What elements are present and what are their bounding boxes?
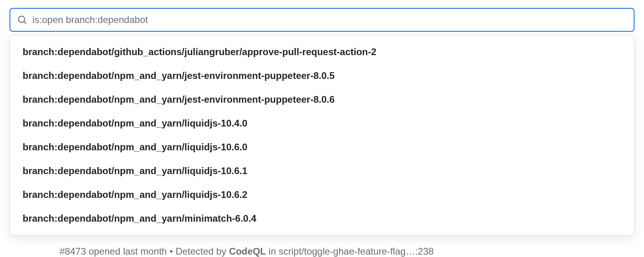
detector-name: CodeQL bbox=[229, 246, 266, 257]
suggestion-item[interactable]: branch:dependabot/npm_and_yarn/liquidjs-… bbox=[10, 159, 634, 183]
search-input-wrapper[interactable] bbox=[10, 8, 634, 32]
suggestion-item[interactable]: branch:dependabot/npm_and_yarn/liquidjs-… bbox=[10, 183, 634, 207]
search-icon bbox=[17, 15, 27, 25]
issue-reference: #8473 bbox=[59, 246, 86, 257]
issue-meta-text: opened last month • Detected by bbox=[86, 246, 229, 257]
search-suggestions-dropdown[interactable]: branch:dependabot/github_actions/juliang… bbox=[10, 35, 634, 236]
suggestion-item[interactable]: branch:dependabot/npm_and_yarn/liquidjs-… bbox=[10, 135, 634, 159]
suggestion-item[interactable]: branch:dependabot/npm_and_yarn/jest-envi… bbox=[10, 64, 634, 88]
search-input[interactable] bbox=[33, 14, 627, 25]
suggestion-item[interactable]: branch:dependabot/npm_and_yarn/minimatch… bbox=[10, 207, 634, 230]
suggestion-item[interactable]: branch:dependabot/npm_and_yarn/jest-envi… bbox=[10, 88, 634, 111]
search-container: branch:dependabot/github_actions/juliang… bbox=[10, 8, 634, 236]
suggestion-item[interactable]: branch:dependabot/github_actions/juliang… bbox=[10, 40, 634, 64]
background-issue-row: #8473 opened last month • Detected by Co… bbox=[59, 246, 434, 257]
issue-path-text: in script/toggle-ghae-feature-flag…:238 bbox=[266, 246, 434, 257]
suggestion-item[interactable]: branch:dependabot/npm_and_yarn/liquidjs-… bbox=[10, 111, 634, 135]
